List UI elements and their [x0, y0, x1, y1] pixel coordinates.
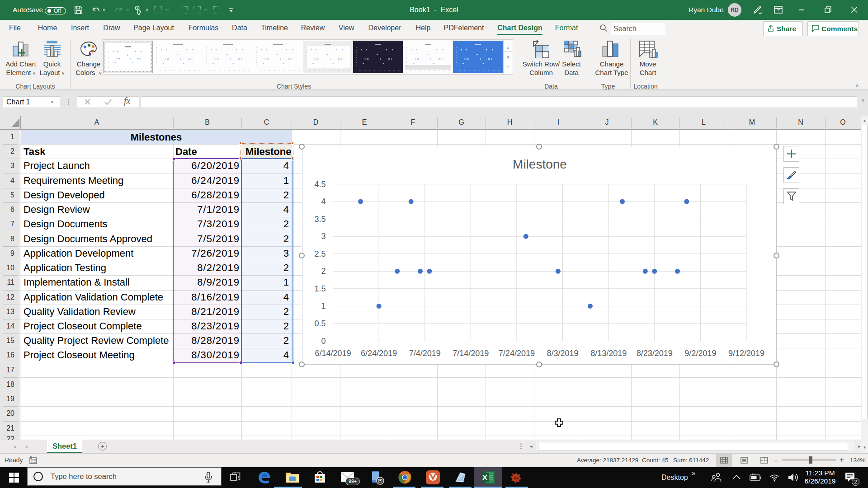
- svg-text:9/12/2019: 9/12/2019: [728, 348, 764, 357]
- svg-text:4: 4: [321, 197, 326, 206]
- svg-text:0: 0: [321, 336, 326, 345]
- svg-text:64: 64: [514, 476, 519, 480]
- svg-text:0.5: 0.5: [314, 319, 326, 328]
- svg-text:7/24/2019: 7/24/2019: [498, 348, 534, 357]
- svg-text:8/3/2019: 8/3/2019: [547, 348, 578, 357]
- svg-text:8/23/2019: 8/23/2019: [636, 348, 672, 357]
- svg-text:2.5: 2.5: [314, 249, 326, 258]
- svg-text:4.5: 4.5: [314, 179, 326, 188]
- svg-text:3: 3: [321, 232, 326, 241]
- svg-text:3.5: 3.5: [314, 214, 326, 223]
- svg-text:2: 2: [321, 267, 326, 276]
- svg-text:1: 1: [321, 301, 326, 310]
- svg-text:8/13/2019: 8/13/2019: [590, 348, 627, 357]
- svg-text:1.5: 1.5: [314, 284, 326, 293]
- svg-text:6/24/2019: 6/24/2019: [361, 348, 397, 357]
- svg-text:Milestone: Milestone: [513, 157, 567, 171]
- svg-text:6/14/2019: 6/14/2019: [315, 348, 351, 357]
- svg-text:7/4/2019: 7/4/2019: [409, 348, 440, 357]
- svg-text:7/14/2019: 7/14/2019: [453, 348, 489, 357]
- svg-text:9/2/2019: 9/2/2019: [684, 348, 716, 357]
